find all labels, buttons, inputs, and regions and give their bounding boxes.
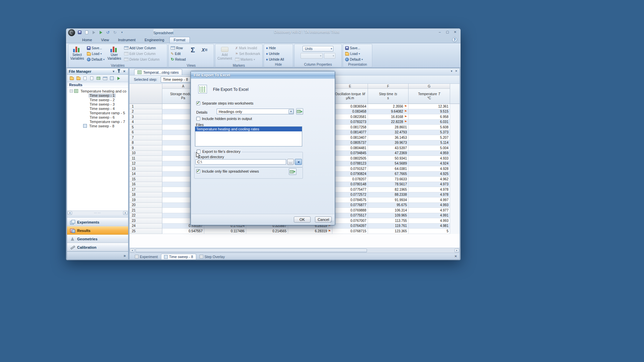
- row-number[interactable]: 17: [129, 187, 162, 192]
- row-button[interactable]: Row: [170, 45, 187, 51]
- grid-hscrollbar[interactable]: ◂ ▸: [129, 248, 460, 253]
- document-button[interactable]: [82, 75, 88, 81]
- cell-e[interactable]: 0.083458: [332, 109, 368, 115]
- row-number[interactable]: 2: [129, 109, 162, 115]
- pane-close-button[interactable]: ✕: [455, 69, 458, 73]
- cell-f[interactable]: 9.64082⚑: [368, 109, 409, 115]
- cell-f[interactable]: 91.9934: [368, 197, 409, 203]
- cell-e[interactable]: 0.0776877: [332, 203, 368, 208]
- select-variables-button[interactable]: Select Variables: [69, 45, 85, 63]
- export-directory-input[interactable]: C:\: [196, 159, 286, 165]
- details-export-button[interactable]: [296, 108, 303, 115]
- cell-e[interactable]: 0.078207: [332, 177, 368, 182]
- row-number[interactable]: 8: [129, 140, 162, 146]
- cell-g[interactable]: 4.977: [409, 208, 450, 213]
- cell-e[interactable]: 0.0813407: [332, 135, 368, 140]
- pin-icon[interactable]: [118, 70, 119, 73]
- row-number[interactable]: 10: [129, 151, 162, 156]
- row-number[interactable]: 16: [129, 182, 162, 187]
- new-document-button[interactable]: [84, 30, 90, 35]
- sum-view-button[interactable]: Σ: [188, 45, 198, 63]
- row-number[interactable]: 23: [129, 218, 162, 224]
- cell-e[interactable]: 0.0823581: [332, 114, 368, 120]
- unhide-all-button[interactable]: ♦Unhide All: [265, 57, 285, 62]
- cell-e[interactable]: 0.0769888: [332, 208, 368, 213]
- cell-e[interactable]: 0.0804481: [332, 145, 368, 151]
- cell-f[interactable]: 67.7665: [368, 172, 409, 177]
- cell-g[interactable]: 4.981: [409, 224, 450, 229]
- presentation-save-button[interactable]: Save...: [344, 45, 364, 51]
- cell-e[interactable]: 0.0764397: [332, 224, 368, 229]
- cell-g[interactable]: 12.361: [409, 104, 450, 109]
- cell-c[interactable]: 0.214565: [246, 229, 288, 234]
- cell-g[interactable]: 5.373: [409, 130, 450, 135]
- app-logo-icon[interactable]: [68, 29, 75, 36]
- batch-button[interactable]: [102, 75, 108, 81]
- row-number[interactable]: 25: [129, 229, 162, 234]
- cell-g[interactable]: 4.978: [409, 192, 450, 198]
- row-number[interactable]: 19: [129, 197, 162, 203]
- row-number[interactable]: 14: [129, 172, 162, 177]
- tree-root-item[interactable]: − Temperature heating and co: [67, 89, 128, 93]
- row-number[interactable]: 13: [129, 166, 162, 172]
- edit-button[interactable]: ✎Edit: [170, 51, 187, 56]
- cell-f[interactable]: 47.2369: [368, 151, 409, 156]
- grid-corner-cell[interactable]: [129, 84, 162, 104]
- cell-e[interactable]: 0.0802505: [332, 156, 368, 161]
- cell-g[interactable]: 5: [409, 229, 450, 234]
- row-number[interactable]: 12: [129, 161, 162, 167]
- cell-f[interactable]: 28.8601: [368, 125, 409, 130]
- cell-f[interactable]: 64.0381: [368, 166, 409, 172]
- tree-item[interactable]: Temperature ramp - 7: [67, 119, 128, 124]
- tree-item[interactable]: Time sweep - 8: [67, 124, 128, 128]
- cell-e[interactable]: 0.0775517: [332, 213, 368, 219]
- variables-load-button[interactable]: Load▾: [86, 51, 106, 56]
- row-number[interactable]: 18: [129, 192, 162, 198]
- row-number[interactable]: 11: [129, 156, 162, 161]
- include-hidden-checkbox[interactable]: [196, 117, 200, 121]
- cell-f[interactable]: 36.1453: [368, 135, 409, 140]
- formula-view-button[interactable]: X=: [199, 45, 210, 63]
- cell-g[interactable]: 9.515: [409, 109, 450, 115]
- cell-f[interactable]: 113.755: [368, 218, 409, 224]
- scrollbar-grip[interactable]: ⋯⋯: [72, 211, 123, 215]
- cell-f[interactable]: 2.3556⚑: [368, 104, 409, 109]
- cell-f[interactable]: 119.761: [368, 224, 409, 229]
- presentation-default-button[interactable]: Default▾: [344, 57, 364, 62]
- open-folder-button[interactable]: [75, 75, 81, 81]
- variables-default-button[interactable]: Default▾: [86, 57, 106, 62]
- ribbon-tab-format[interactable]: Format: [169, 37, 190, 43]
- file-manager-hscrollbar[interactable]: ◂ ⋯⋯ ▸: [67, 210, 128, 215]
- ribbon-tab-home[interactable]: Home: [78, 37, 96, 43]
- row-number[interactable]: 15: [129, 177, 162, 182]
- step-tab-experiment[interactable]: Experiment: [132, 254, 160, 259]
- presentation-load-button[interactable]: Load▾: [344, 51, 364, 56]
- reload-button[interactable]: ↻Reload: [170, 57, 187, 62]
- nav-button-experiments[interactable]: Experiments: [67, 218, 128, 226]
- cell-f[interactable]: 54.5689: [368, 161, 409, 167]
- variables-save-button[interactable]: Save...: [86, 45, 106, 51]
- cell-e[interactable]: 0.0805737: [332, 140, 368, 146]
- row-number[interactable]: 22: [129, 213, 162, 219]
- dialog-titlebar[interactable]: File Export To Excel: [191, 71, 335, 79]
- user-variables-button[interactable]: User Variables: [107, 45, 122, 63]
- tree-item[interactable]: Time sweep - 3: [67, 102, 128, 106]
- cell-e[interactable]: 0.0836564: [332, 104, 368, 109]
- scroll-left-icon[interactable]: ◂: [67, 211, 72, 215]
- ribbon-tab-view[interactable]: View: [97, 37, 113, 43]
- cell-f[interactable]: 50.9341: [368, 156, 409, 161]
- cell-b[interactable]: 0.117486: [204, 229, 246, 234]
- cell-f[interactable]: 32.4793: [368, 130, 409, 135]
- cell-a[interactable]: 0.547557: [162, 229, 204, 234]
- step-tab-time-sweep-8[interactable]: Time sweep - 8: [161, 254, 196, 259]
- cell-f[interactable]: 106.314: [368, 208, 409, 213]
- cell-g[interactable]: 4.928: [409, 166, 450, 172]
- views-export-button[interactable]: [289, 168, 297, 175]
- file-list-item[interactable]: Temperature heating and cooling rates: [195, 127, 302, 131]
- continue-button[interactable]: [98, 30, 104, 35]
- ribbon-tab-instrument[interactable]: Instrument: [114, 37, 140, 43]
- redo-button[interactable]: ↻: [112, 30, 118, 35]
- cell-f[interactable]: 88.2338: [368, 192, 409, 198]
- save-button[interactable]: [77, 30, 83, 35]
- cell-e[interactable]: 0.0791527: [332, 166, 368, 172]
